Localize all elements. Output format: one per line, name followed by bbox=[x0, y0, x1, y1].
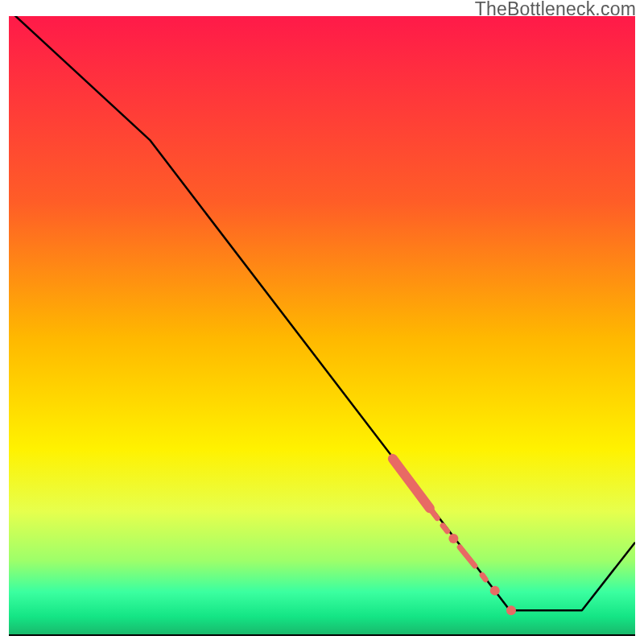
bottleneck-chart: TheBottleneck.com bbox=[0, 0, 644, 644]
highlight-segment-4 bbox=[482, 575, 485, 579]
chart-background bbox=[9, 16, 635, 635]
highlight-segment-2 bbox=[443, 526, 447, 531]
x-axis-line bbox=[9, 634, 635, 636]
highlight-dot-0 bbox=[448, 534, 458, 543]
highlight-dot-2 bbox=[506, 605, 516, 615]
chart-plot-area bbox=[9, 16, 635, 635]
highlight-dot-1 bbox=[490, 586, 500, 596]
